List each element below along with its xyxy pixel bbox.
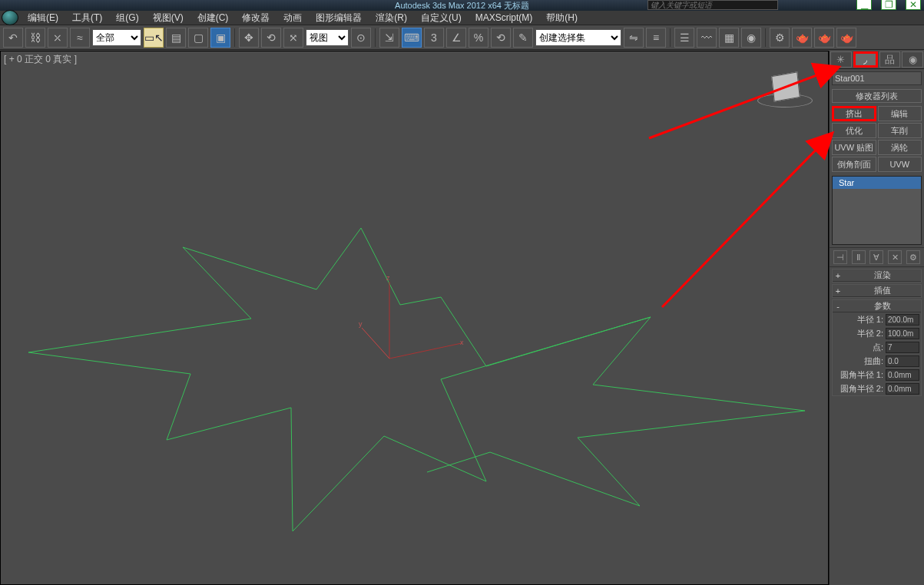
tab-motion[interactable]: ◉ bbox=[902, 51, 923, 68]
tab-hierarchy[interactable]: 品 bbox=[879, 51, 901, 68]
stack-item-star[interactable]: Star bbox=[833, 177, 921, 189]
viewport[interactable]: [ + 0 正交 0 真实 ] x y z bbox=[0, 51, 829, 585]
rectangular-region-button[interactable]: ▢ bbox=[188, 28, 208, 48]
modifier-buttons: 挤出 编辑 优化 车削 UVW 贴图 涡轮 倒角剖面 UVW bbox=[830, 104, 924, 174]
render-setup-button[interactable]: ⚙ bbox=[770, 28, 790, 48]
rotate-button[interactable]: ⟲ bbox=[261, 28, 281, 48]
tab-modify[interactable]: ◞ bbox=[853, 51, 878, 68]
menu-group[interactable]: 组(G) bbox=[110, 10, 144, 26]
fillet1-label: 圆角半径 1: bbox=[834, 369, 886, 381]
title-bar: Autodesk 3ds Max 2012 x64 无标题 ▁ ❐ ✕ bbox=[0, 0, 924, 11]
mod-extrude-button[interactable]: 挤出 bbox=[832, 106, 876, 121]
menu-customize[interactable]: 自定义(U) bbox=[415, 10, 468, 26]
select-object-button[interactable]: ▭↖ bbox=[144, 28, 164, 48]
select-by-name-button[interactable]: ▤ bbox=[166, 28, 186, 48]
fillet1-input[interactable] bbox=[886, 369, 919, 381]
configure-button[interactable]: ⚙ bbox=[906, 250, 920, 264]
menu-graph[interactable]: 图形编辑器 bbox=[310, 10, 368, 26]
keyboard-shortcut-button[interactable]: ⌨ bbox=[402, 28, 422, 48]
select-manipulate-button[interactable]: ⇲ bbox=[379, 28, 399, 48]
radius1-label: 半径 1: bbox=[834, 314, 886, 326]
spinner-snap-button[interactable]: ⟲ bbox=[491, 28, 511, 48]
help-search-input[interactable] bbox=[647, 0, 778, 10]
make-unique-button[interactable]: ∀ bbox=[869, 250, 883, 264]
render-frame-button[interactable]: 🫖 bbox=[792, 28, 812, 48]
mod-bevelprofile-button[interactable]: 倒角剖面 bbox=[832, 157, 876, 172]
mod-lathe-button[interactable]: 车削 bbox=[878, 123, 922, 138]
menu-view[interactable]: 视图(V) bbox=[147, 10, 190, 26]
render-button[interactable]: 🫖 bbox=[814, 28, 834, 48]
selection-filter-dropdown[interactable]: 全部 bbox=[92, 29, 141, 46]
points-input[interactable] bbox=[886, 342, 919, 353]
main-toolbar: ↶ ⛓ ⤫ ≈ 全部 ▭↖ ▤ ▢ ▣ ✥ ⟲ ⤧ 视图 ⊙ ⇲ ⌨ 3 ∠ %… bbox=[0, 25, 924, 50]
mod-edit-button[interactable]: 编辑 bbox=[878, 106, 922, 121]
angle-snap-button[interactable]: ∠ bbox=[446, 28, 466, 48]
align-button[interactable]: ≡ bbox=[646, 28, 666, 48]
radius1-input[interactable] bbox=[886, 314, 919, 326]
rollout-interp: +插值 bbox=[832, 284, 922, 298]
menu-maxscript[interactable]: MAXScript(M) bbox=[469, 11, 539, 25]
material-editor-button[interactable]: ◉ bbox=[741, 28, 761, 48]
link-button[interactable]: ⛓ bbox=[25, 28, 45, 48]
tab-create[interactable]: ✳ bbox=[830, 51, 852, 68]
axis-y-label: y bbox=[359, 320, 363, 328]
curve-editor-button[interactable]: 〰 bbox=[697, 28, 717, 48]
star-shape: x y z bbox=[1, 51, 828, 584]
menu-create[interactable]: 创建(C) bbox=[191, 10, 235, 26]
stack-toolbar: ⊣ Ⅱ ∀ ✕ ⚙ bbox=[830, 247, 924, 267]
menu-tools[interactable]: 工具(T) bbox=[66, 10, 108, 26]
snap-toggle-button[interactable]: 3 bbox=[424, 28, 444, 48]
window-crossing-button[interactable]: ▣ bbox=[210, 28, 230, 48]
render-prod-button[interactable]: 🫖 bbox=[836, 28, 856, 48]
radius2-input[interactable] bbox=[886, 328, 919, 339]
svg-line-1 bbox=[389, 343, 462, 359]
modifier-list-dropdown[interactable]: 修改器列表 bbox=[832, 89, 922, 103]
mod-turbo-button[interactable]: 涡轮 bbox=[878, 140, 922, 155]
mod-uvwmap-button[interactable]: UVW 贴图 bbox=[832, 140, 876, 155]
move-button[interactable]: ✥ bbox=[239, 28, 259, 48]
mirror-button[interactable]: ⇋ bbox=[624, 28, 644, 48]
points-label: 点: bbox=[834, 342, 886, 353]
window-restore-button[interactable]: ❐ bbox=[881, 0, 896, 10]
menu-edit[interactable]: 编辑(E) bbox=[22, 10, 65, 26]
percent-snap-button[interactable]: % bbox=[469, 28, 488, 48]
app-icon[interactable] bbox=[2, 10, 18, 25]
axis-x-label: x bbox=[460, 339, 464, 346]
distort-label: 扭曲: bbox=[834, 355, 886, 367]
window-minimize-button[interactable]: ▁ bbox=[856, 0, 872, 10]
schematic-button[interactable]: ▦ bbox=[719, 28, 739, 48]
distort-input[interactable] bbox=[886, 355, 919, 367]
layers-button[interactable]: ☰ bbox=[674, 28, 694, 48]
rollout-params: -参数 半径 1: 半径 2: 点: 扭曲: 圆角半径 1: 圆角半径 2: bbox=[832, 299, 922, 396]
fillet2-label: 圆角半径 2: bbox=[834, 383, 886, 395]
named-selection-dropdown[interactable]: 创建选择集 bbox=[535, 29, 621, 46]
fillet2-input[interactable] bbox=[886, 383, 919, 395]
mod-uvw-button[interactable]: UVW bbox=[878, 157, 922, 172]
unlink-button[interactable]: ⤫ bbox=[48, 28, 68, 48]
scale-button[interactable]: ⤧ bbox=[283, 28, 303, 48]
command-panel-tabs: ✳ ◞ 品 ◉ bbox=[830, 51, 924, 69]
bind-button[interactable]: ≈ bbox=[70, 28, 90, 48]
menu-bar: 编辑(E) 工具(T) 组(G) 视图(V) 创建(C) 修改器 动画 图形编辑… bbox=[0, 11, 924, 25]
use-pivot-button[interactable]: ⊙ bbox=[351, 28, 371, 48]
mod-optimize-button[interactable]: 优化 bbox=[832, 123, 876, 138]
menu-help[interactable]: 帮助(H) bbox=[540, 10, 584, 26]
menu-render[interactable]: 渲染(R) bbox=[369, 10, 413, 26]
modifier-stack[interactable]: Star bbox=[832, 176, 922, 245]
window-close-button[interactable]: ✕ bbox=[906, 0, 921, 10]
reference-coord-dropdown[interactable]: 视图 bbox=[306, 29, 349, 46]
object-name-input[interactable] bbox=[832, 71, 922, 85]
axis-z-label: z bbox=[386, 274, 390, 282]
radius2-label: 半径 2: bbox=[834, 328, 886, 339]
rollout-render: +渲染 bbox=[832, 269, 922, 283]
show-end-button[interactable]: Ⅱ bbox=[852, 250, 866, 264]
svg-line-2 bbox=[362, 328, 389, 359]
remove-mod-button[interactable]: ✕ bbox=[888, 250, 902, 264]
pin-stack-button[interactable]: ⊣ bbox=[833, 250, 847, 264]
menu-animation[interactable]: 动画 bbox=[277, 10, 308, 26]
edit-named-button[interactable]: ✎ bbox=[513, 28, 533, 48]
undo-button[interactable]: ↶ bbox=[3, 28, 23, 48]
app-title: Autodesk 3ds Max 2012 x64 无标题 bbox=[395, 0, 529, 12]
command-panel: ✳ ◞ 品 ◉ 修改器列表 挤出 编辑 优化 车削 UVW 贴图 涡轮 倒角剖面… bbox=[829, 51, 924, 585]
menu-modifiers[interactable]: 修改器 bbox=[236, 10, 276, 26]
